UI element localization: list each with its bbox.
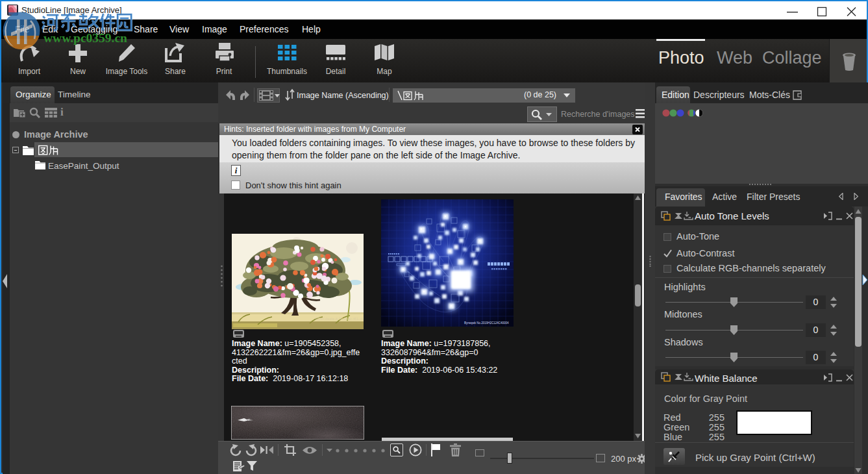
svg-text:Byrwqwk No.2019H2C124C40004: Byrwqwk No.2019H2C124C40004 xyxy=(464,321,509,325)
svg-text:TOW.daala & NLDtac.t61.dL: TOW.daala & NLDtac.t61.dL xyxy=(315,317,364,321)
